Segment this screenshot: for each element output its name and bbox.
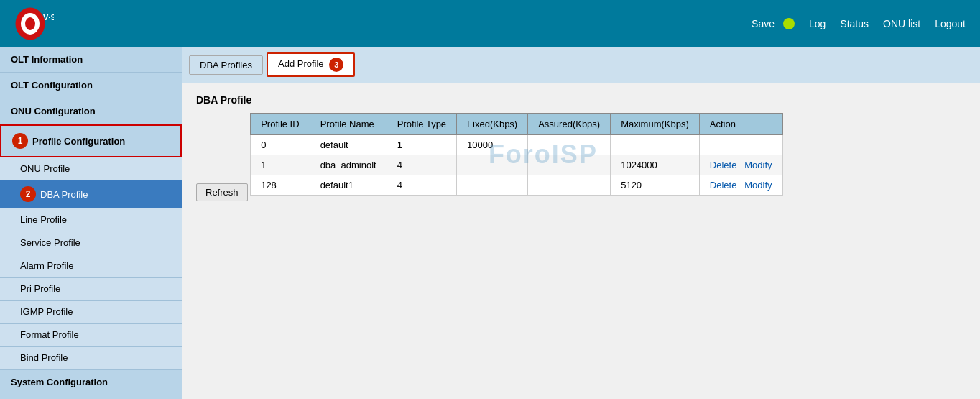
tab-add-badge: 3	[329, 58, 343, 72]
col-assured-kbps: Assured(Kbps)	[528, 114, 611, 135]
cell-action: Delete Modify	[699, 175, 782, 196]
sidebar-item-alarm-profile[interactable]: Alarm Profile	[0, 254, 182, 278]
delete-link-1[interactable]: Delete	[710, 160, 737, 170]
col-maximum-kbps: Maximum(Kbps)	[611, 114, 700, 135]
modify-link-1[interactable]: Modify	[744, 160, 772, 170]
cell-fixed: 10000	[457, 135, 528, 155]
cell-assured	[528, 175, 611, 196]
sidebar-item-service-profile[interactable]: Service Profile	[0, 231, 182, 254]
sidebar-item-line-profile[interactable]: Line Profile	[0, 208, 182, 231]
cell-profile-name: default1	[310, 175, 387, 196]
save-button[interactable]: Save	[752, 18, 795, 29]
cell-profile-id: 0	[251, 135, 310, 155]
header-right: Save Log Status ONU list Logout	[752, 18, 966, 29]
sidebar-item-system-config[interactable]: System Configuration	[0, 370, 182, 395]
cell-fixed	[457, 175, 528, 196]
sidebar-item-onu-profile[interactable]: ONU Profile	[0, 157, 182, 180]
dba-profile-table: Profile ID Profile Name Profile Type Fix…	[250, 113, 782, 196]
vsol-logo: V·SOL	[14, 6, 54, 42]
save-label: Save	[752, 18, 775, 29]
svg-point-2	[25, 17, 35, 30]
cell-profile-name: default	[310, 135, 387, 155]
refresh-button[interactable]: Refresh	[196, 183, 248, 201]
log-link[interactable]: Log	[809, 18, 826, 29]
sidebar-item-format-profile[interactable]: Format Profile	[0, 324, 182, 347]
cell-fixed	[457, 155, 528, 175]
col-profile-id: Profile ID	[251, 114, 310, 135]
sidebar-item-olt-info[interactable]: OLT Information	[0, 47, 182, 73]
cell-action: Delete Modify	[699, 155, 782, 175]
cell-profile-type: 1	[387, 135, 456, 155]
table-row: 1 dba_adminolt 4 1024000 Delete Modify	[251, 155, 782, 175]
cell-profile-name: dba_adminolt	[310, 155, 387, 175]
cell-maximum: 1024000	[611, 155, 700, 175]
badge-2: 2	[20, 186, 36, 202]
sidebar-item-onu-config[interactable]: ONU Configuration	[0, 98, 182, 124]
cell-profile-id: 1	[251, 155, 310, 175]
cell-profile-type: 4	[387, 175, 456, 196]
col-profile-type: Profile Type	[387, 114, 456, 135]
sidebar: OLT Information OLT Configuration ONU Co…	[0, 47, 182, 399]
tab-dba-profiles[interactable]: DBA Profiles	[189, 55, 263, 75]
logo-area: V·SOL	[14, 6, 60, 42]
modify-link-128[interactable]: Modify	[744, 180, 772, 191]
col-fixed-kbps: Fixed(Kbps)	[457, 114, 528, 135]
cell-profile-id: 128	[251, 175, 310, 196]
sidebar-item-bind-profile[interactable]: Bind Profile	[0, 347, 182, 370]
sidebar-item-igmp-profile[interactable]: IGMP Profile	[0, 301, 182, 324]
status-link[interactable]: Status	[840, 18, 869, 29]
svg-text:V·SOL: V·SOL	[43, 13, 54, 22]
header: V·SOL Save Log Status ONU list Logout	[0, 0, 980, 47]
page-title: DBA Profile	[196, 94, 966, 106]
onu-list-link[interactable]: ONU list	[883, 18, 920, 29]
cell-action	[699, 135, 782, 155]
logout-link[interactable]: Logout	[935, 18, 966, 29]
tab-bar: DBA Profiles Add Profile 3	[182, 47, 980, 83]
cell-assured	[528, 135, 611, 155]
table-row: 0 default 1 10000	[251, 135, 782, 155]
table-row: 128 default1 4 5120 Delete Modify	[251, 175, 782, 196]
col-profile-name: Profile Name	[310, 114, 387, 135]
col-action: Action	[699, 114, 782, 135]
layout: OLT Information OLT Configuration ONU Co…	[0, 47, 980, 399]
tab-add-profile[interactable]: Add Profile 3	[267, 52, 355, 77]
cell-assured	[528, 155, 611, 175]
sidebar-item-pri-profile[interactable]: Pri Profile	[0, 278, 182, 301]
sidebar-item-dba-profile[interactable]: 2 DBA Profile	[0, 180, 182, 208]
cell-maximum	[611, 135, 700, 155]
delete-link-128[interactable]: Delete	[710, 180, 737, 191]
content-area: DBA Profile Refresh Profile ID Profile N…	[182, 83, 980, 218]
sidebar-item-profile-config[interactable]: 1 Profile Configuration	[0, 124, 182, 157]
cell-maximum: 5120	[611, 175, 700, 196]
badge-1: 1	[12, 133, 28, 149]
cell-profile-type: 4	[387, 155, 456, 175]
sidebar-item-olt-config[interactable]: OLT Configuration	[0, 73, 182, 98]
main-content: DBA Profiles Add Profile 3 DBA Profile R…	[182, 47, 980, 399]
status-dot	[783, 18, 795, 29]
